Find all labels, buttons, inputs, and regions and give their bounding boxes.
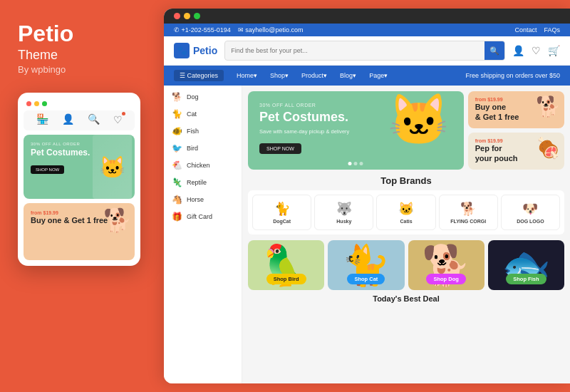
sidebar-label-reptile: Reptile (187, 179, 207, 186)
utility-bar-left: ✆ +1-202-555-0194 ✉ sayhello@petio.com (174, 26, 304, 33)
brand-doglogo[interactable]: 🐶 DOG LOGO (501, 195, 560, 230)
desktop-mockup: ✆ +1-202-555-0194 ✉ sayhello@petio.com C… (164, 9, 570, 383)
mobile-promo-card: from $19.99 Buy one & Get 1 free 🐕 (24, 203, 135, 260)
mobile-dot-red (26, 101, 31, 106)
shop-dog-btn[interactable]: Shop Dog (426, 274, 465, 284)
bird-icon: 🐦 (171, 143, 182, 153)
sidebar-label-cat: Cat (187, 110, 197, 118)
search-button[interactable]: 🔍 (484, 41, 504, 61)
sidebar-label-chicken: Chicken (187, 162, 210, 169)
mobile-nav: 🏪 👤 🔍 ♡ (24, 110, 135, 130)
contact-link[interactable]: Contact (514, 26, 537, 33)
brand-catis[interactable]: 🐱 Catis (376, 195, 435, 230)
sidebar-label-horse: Horse (187, 196, 204, 203)
brand-catis-logo: 🐱 (398, 201, 414, 217)
search-bar[interactable]: 🔍 (224, 41, 505, 61)
mobile-badge-dot (122, 112, 125, 115)
logo-text: Petio (193, 45, 217, 56)
shop-card-dog: 🐕 Shop Dog (408, 240, 484, 290)
brand-flyingcorgi[interactable]: 🐕 FLYING CORGI (439, 195, 498, 230)
dog-icon: 🐕 (171, 92, 182, 102)
header-logo[interactable]: 🐾 Petio (174, 43, 217, 58)
sidebar-item-cat[interactable]: 🐈 Cat (164, 105, 242, 123)
desktop-topbar (164, 9, 570, 24)
brand-husky-name: Husky (336, 219, 351, 224)
wishlist-icon[interactable]: ♡ (532, 45, 541, 56)
promo-card-pepforpouch: from $19.99 Pep for your pouch 🍖 (468, 133, 564, 170)
sidebar-item-chicken[interactable]: 🐔 Chicken (164, 157, 242, 174)
header-icons: 👤 ♡ 🛒 (512, 45, 560, 56)
promo-food-img: 🍖 (536, 136, 561, 160)
search-input[interactable] (225, 47, 484, 54)
mobile-shop-now-btn[interactable]: SHOP NOW (31, 165, 64, 174)
mobile-dot-green (42, 101, 47, 106)
promo-dog-img: 🐕 (536, 95, 561, 118)
mobile-dot-yellow (34, 101, 39, 106)
mobile-banner: 30% OFF ALL ORDER Pet Costumes. SHOP NOW… (24, 135, 135, 199)
sidebar-item-fish[interactable]: 🐠 Fish (164, 123, 242, 140)
brand-by: By wpbingo (18, 64, 146, 75)
nav-product[interactable]: Product▾ (296, 69, 333, 82)
sidebar-label-giftcard: Gift Card (187, 213, 212, 220)
nav-shop[interactable]: Shop▾ (264, 69, 294, 82)
content-area: 30% OFF ALL ORDER Pet Costumes. Save wit… (242, 86, 570, 383)
mobile-heart-icon: ♡ (113, 114, 123, 125)
sidebar-label-fish: Fish (187, 128, 199, 135)
brands-row: 🐈 DogCat 🐺 Husky 🐱 Catis 🐕 FLYING CORGI … (248, 190, 564, 234)
brand-flyingcorgi-name: FLYING CORGI (450, 219, 486, 224)
cart-icon[interactable]: 🛒 (548, 45, 560, 56)
brand-subtitle: Theme (18, 48, 146, 63)
shop-fish-btn[interactable]: Shop Fish (506, 274, 546, 284)
brand-flyingcorgi-logo: 🐕 (460, 201, 476, 217)
header: 🐾 Petio 🔍 👤 ♡ 🛒 (164, 36, 570, 66)
mobile-topbar (24, 100, 135, 110)
shop-row: 🦜 Shop Bird 🐈 Shop Cat 🐕 Shop Dog 🐟 Shop… (248, 240, 564, 290)
sidebar-label-dog: Dog (187, 93, 199, 100)
sidebar: 🐕 Dog 🐈 Cat 🐠 Fish 🐦 Bird 🐔 Chicken 🦎 (164, 86, 242, 383)
hero-dot-3[interactable] (360, 162, 363, 165)
horse-icon: 🐴 (171, 195, 182, 205)
brand-dogcat[interactable]: 🐈 DogCat (252, 195, 311, 230)
mobile-store-icon: 🏪 (36, 113, 48, 126)
hero-shop-now-btn[interactable]: SHOP NOW (259, 143, 301, 154)
brands-section-title: Top Brands (248, 175, 564, 186)
mobile-user-icon: 👤 (62, 113, 74, 126)
brand-doglogo-logo: 🐶 (522, 201, 538, 217)
nav-left: ☰ Categories Home▾ Shop▾ Product▾ Blog▾ … (174, 69, 393, 82)
nav-page[interactable]: Page▾ (363, 69, 393, 82)
shop-cat-btn[interactable]: Shop Cat (347, 274, 385, 284)
categories-button[interactable]: ☰ Categories (174, 70, 224, 81)
brand-husky[interactable]: 🐺 Husky (314, 195, 373, 230)
sidebar-item-dog[interactable]: 🐕 Dog (164, 88, 242, 105)
hero-dot-2[interactable] (354, 162, 358, 165)
utility-bar-right: Contact FAQs (514, 26, 560, 33)
cat-icon: 🐈 (171, 109, 182, 119)
sidebar-item-bird[interactable]: 🐦 Bird (164, 140, 242, 157)
mobile-promo-dog-img: 🐕 (103, 207, 132, 234)
brand-name: Petio (18, 21, 146, 46)
user-icon[interactable]: 👤 (512, 45, 524, 56)
nav-blog[interactable]: Blog▾ (334, 69, 362, 82)
nav-bar: ☰ Categories Home▾ Shop▾ Product▾ Blog▾ … (164, 66, 570, 86)
sidebar-item-reptile[interactable]: 🦎 Reptile (164, 174, 242, 191)
mobile-search-icon: 🔍 (88, 113, 100, 126)
sidebar-item-horse[interactable]: 🐴 Horse (164, 191, 242, 208)
hero-dot-1[interactable] (348, 162, 352, 165)
brand-doglogo-name: DOG LOGO (517, 219, 544, 224)
desktop-dot-yellow (184, 13, 190, 19)
faqs-link[interactable]: FAQs (544, 26, 560, 33)
reptile-icon: 🦎 (171, 177, 182, 187)
brand-dogcat-name: DogCat (273, 219, 291, 224)
brand-husky-logo: 🐺 (336, 201, 352, 217)
hero-dots (348, 162, 363, 165)
nav-home[interactable]: Home▾ (231, 69, 263, 82)
hero-banner: 30% OFF ALL ORDER Pet Costumes. Save wit… (248, 91, 464, 170)
shop-bird-btn[interactable]: Shop Bird (266, 274, 306, 284)
mobile-mockup: 🏪 👤 🔍 ♡ 30% OFF ALL ORDER Pet Costumes. … (18, 93, 140, 266)
desktop-dot-green (194, 13, 200, 19)
brand-catis-name: Catis (400, 219, 412, 224)
hero-cat-image: 🐱 (388, 95, 450, 145)
sidebar-label-bird: Bird (187, 145, 198, 152)
shop-card-bird: 🦜 Shop Bird (248, 240, 324, 290)
sidebar-item-giftcard[interactable]: 🎁 Gift Card (164, 208, 242, 225)
